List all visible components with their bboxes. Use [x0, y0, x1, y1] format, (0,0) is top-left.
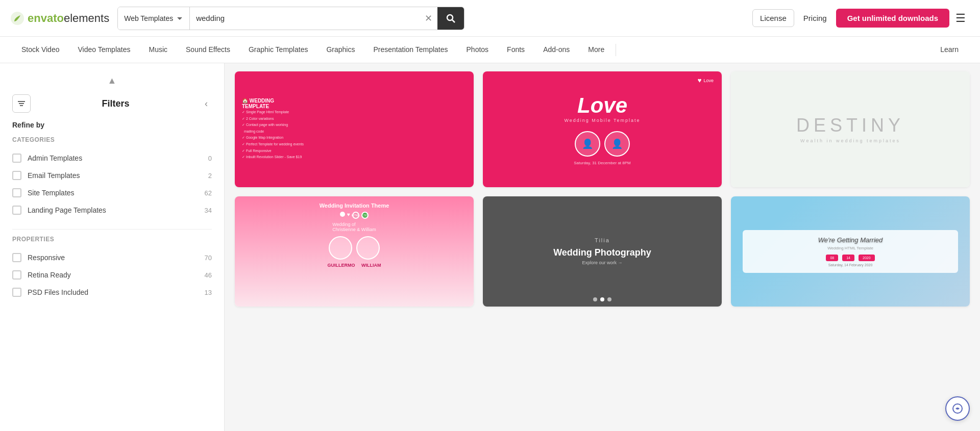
- card-destiny[interactable]: DESTINY Wealth in wedding templates DEST…: [731, 71, 970, 187]
- header-nav: License Pricing Get unlimited downloads …: [752, 8, 970, 29]
- nav-item-stock-video[interactable]: Stock Video: [12, 37, 68, 63]
- category-item-landing[interactable]: Landing Page Templates 34: [12, 201, 212, 219]
- category-count-email: 2: [208, 172, 212, 180]
- sidebar-divider: [12, 229, 212, 230]
- svg-line-2: [452, 20, 455, 22]
- get-unlimited-button[interactable]: Get unlimited downloads: [836, 9, 949, 28]
- property-item-responsive[interactable]: Responsive 70: [12, 249, 212, 266]
- category-count-landing: 34: [205, 207, 212, 214]
- nav-item-add-ons[interactable]: Add-ons: [534, 37, 579, 63]
- property-item-psd[interactable]: PSD Files Included 13: [12, 284, 212, 301]
- results-grid: 🏠 WEDDINGTEMPLATE ✓ Single Page Html Tem…: [235, 71, 970, 307]
- nav-item-sound-effects[interactable]: Sound Effects: [177, 37, 239, 63]
- chat-icon: [952, 403, 963, 414]
- nav-item-graphics[interactable]: Graphics: [317, 37, 364, 63]
- nav-item-more[interactable]: More: [579, 37, 614, 63]
- property-count-psd: 13: [205, 289, 212, 296]
- nav-item-presentation-templates[interactable]: Presentation Templates: [364, 37, 457, 63]
- property-checkbox-retina[interactable]: [12, 270, 21, 280]
- properties-label: Properties: [12, 236, 212, 243]
- search-category-label: Web Templates: [124, 14, 173, 22]
- refine-section: Refine by Categories Admin Templates 0 E…: [0, 121, 224, 301]
- category-count-admin: 0: [208, 155, 212, 162]
- chat-support-button[interactable]: [945, 396, 970, 421]
- search-category-selector[interactable]: Web Templates: [118, 7, 190, 30]
- category-checkbox-landing[interactable]: [12, 206, 21, 215]
- hamburger-menu-button[interactable]: ☰: [951, 8, 970, 29]
- category-name-landing: Landing Page Templates: [28, 206, 199, 214]
- properties-section: Properties Responsive 70 Retina Ready 46…: [12, 236, 212, 301]
- refine-title: Refine by: [12, 121, 212, 129]
- property-count-retina: 46: [205, 271, 212, 279]
- nav-item-learn[interactable]: Learn: [931, 37, 968, 63]
- sidebar: ▲ Filters ‹ Refine by Categories Admin T…: [0, 63, 225, 431]
- card-photo[interactable]: Tilia Wedding Photography Explore our wo…: [483, 196, 722, 307]
- property-name-retina: Retina Ready: [28, 271, 199, 279]
- card-photo-text: Wedding Photography: [553, 247, 651, 258]
- filters-toggle-button[interactable]: [12, 94, 31, 113]
- category-name-site: Site Templates: [28, 189, 199, 197]
- svg-point-1: [447, 15, 453, 20]
- pricing-link[interactable]: Pricing: [796, 10, 834, 27]
- card-my-wedding[interactable]: 🏠 WEDDINGTEMPLATE ✓ Single Page Html Tem…: [235, 71, 474, 187]
- category-item-email[interactable]: Email Templates 2: [12, 167, 212, 184]
- scroll-indicator: ▲: [0, 73, 224, 90]
- filters-title: Filters: [102, 98, 129, 109]
- filter-icon: [17, 99, 26, 108]
- card-mock-logo: 🏠 WEDDINGTEMPLATE: [242, 98, 359, 109]
- card-image-married: We're Getting Married Wedding HTML Templ…: [731, 196, 970, 307]
- property-name-psd: PSD Files Included: [28, 288, 199, 296]
- category-item-site[interactable]: Site Templates 62: [12, 184, 212, 201]
- nav-divider: [616, 44, 616, 56]
- property-item-retina[interactable]: Retina Ready 46: [12, 266, 212, 284]
- card-image-love: ♥ Love Love Wedding Mobile Template 👤 👤 …: [483, 71, 722, 187]
- card-photo-subtext: Explore our work →: [553, 260, 651, 265]
- license-button[interactable]: License: [752, 9, 794, 27]
- category-list: Admin Templates 0 Email Templates 2 Site…: [12, 149, 212, 219]
- categories-label: Categories: [12, 136, 212, 143]
- logo-text: envatoelements: [28, 12, 109, 25]
- card-love[interactable]: ♥ Love Love Wedding Mobile Template 👤 👤 …: [483, 71, 722, 187]
- card-image-invite: Wedding Invitation Theme ♥ HTML CSS Wedd…: [235, 196, 474, 307]
- sidebar-collapse-button[interactable]: ‹: [201, 96, 212, 111]
- card-invite[interactable]: Wedding Invitation Theme ♥ HTML CSS Wedd…: [235, 196, 474, 307]
- category-checkbox-site[interactable]: [12, 188, 21, 197]
- category-item-admin[interactable]: Admin Templates 0: [12, 149, 212, 167]
- category-checkbox-email[interactable]: [12, 171, 21, 180]
- header: envatoelements Web Templates ✕ License P…: [0, 0, 980, 37]
- card-destiny-text: DESTINY: [796, 115, 904, 136]
- card-married-text: We're Getting Married: [749, 236, 951, 244]
- nav-item-music[interactable]: Music: [139, 37, 177, 63]
- category-count-site: 62: [205, 189, 212, 197]
- nav-item-graphic-templates[interactable]: Graphic Templates: [239, 37, 317, 63]
- card-image-my-wedding: 🏠 WEDDINGTEMPLATE ✓ Single Page Html Tem…: [235, 71, 474, 187]
- filters-header: Filters ‹: [0, 90, 224, 121]
- property-checkbox-responsive[interactable]: [12, 253, 21, 262]
- property-checkbox-psd[interactable]: [12, 288, 21, 297]
- category-name-email: Email Templates: [28, 171, 202, 180]
- search-button[interactable]: [437, 7, 464, 30]
- category-checkbox-admin[interactable]: [12, 154, 21, 163]
- search-icon: [446, 13, 456, 23]
- logo[interactable]: envatoelements: [10, 11, 109, 26]
- nav-bar: Stock Video Video Templates Music Sound …: [0, 37, 980, 63]
- page-layout: ▲ Filters ‹ Refine by Categories Admin T…: [0, 63, 980, 431]
- search-input[interactable]: [190, 7, 420, 30]
- card-love-text: Love: [577, 93, 627, 118]
- logo-leaf-icon: [10, 11, 24, 26]
- card-invite-title: Wedding Invitation Theme: [320, 202, 389, 209]
- card-image-photo: Tilia Wedding Photography Explore our wo…: [483, 196, 722, 307]
- search-bar: Web Templates ✕: [117, 7, 464, 30]
- card-love-subtitle: Wedding Mobile Template: [564, 118, 640, 123]
- card-married[interactable]: We're Getting Married Wedding HTML Templ…: [731, 196, 970, 307]
- nav-item-fonts[interactable]: Fonts: [498, 37, 534, 63]
- card-image-destiny: DESTINY Wealth in wedding templates: [731, 71, 970, 187]
- nav-item-video-templates[interactable]: Video Templates: [68, 37, 139, 63]
- clear-search-button[interactable]: ✕: [420, 7, 437, 30]
- card-mock-features: ✓ Single Page Html Template ✓ 2 Color va…: [242, 109, 359, 161]
- property-count-responsive: 70: [205, 254, 212, 262]
- property-name-responsive: Responsive: [28, 253, 199, 262]
- scroll-up-icon: ▲: [108, 75, 117, 86]
- category-name-admin: Admin Templates: [28, 154, 202, 162]
- nav-item-photos[interactable]: Photos: [457, 37, 498, 63]
